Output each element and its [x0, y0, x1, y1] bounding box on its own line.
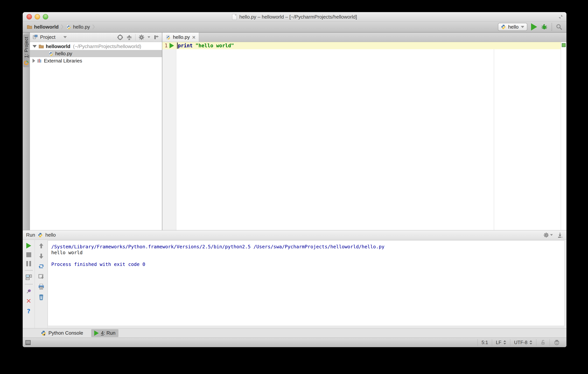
- console-line: /System/Library/Frameworks/Python.framew…: [51, 244, 564, 250]
- clear-all-icon[interactable]: [38, 294, 44, 300]
- close-window-button[interactable]: [26, 14, 32, 20]
- up-stack-icon[interactable]: [38, 243, 44, 249]
- tree-file-name: hello.py: [55, 51, 72, 57]
- help-icon[interactable]: ?: [27, 308, 31, 315]
- print-icon[interactable]: [38, 284, 44, 290]
- project-view-icon: [32, 35, 38, 40]
- gear-icon[interactable]: [138, 34, 145, 40]
- tree-root-path: (~/PycharmProjects/helloworld): [73, 43, 141, 49]
- run-tool-window: Run hello: [23, 230, 567, 328]
- run-tab-label: 4: Run: [101, 330, 116, 336]
- run-panel-header: Run hello: [23, 230, 567, 240]
- down-stack-icon[interactable]: [38, 253, 44, 259]
- pycharm-window: hello.py – helloworld – [~/PycharmProjec…: [23, 12, 567, 347]
- chevron-right-icon: [92, 24, 95, 30]
- project-panel-actions: [117, 34, 159, 41]
- unlock-icon: [540, 340, 546, 345]
- breadcrumb: helloworld hello.py: [27, 24, 95, 30]
- zoom-window-button[interactable]: [43, 14, 48, 20]
- libraries-icon: [37, 58, 42, 63]
- close-tab-icon[interactable]: ×: [192, 34, 196, 40]
- chevron-right-icon: [61, 24, 63, 30]
- run-configuration-name: hello: [508, 24, 519, 30]
- breadcrumb-file[interactable]: hello.py: [66, 24, 90, 30]
- show-console-icon[interactable]: [26, 274, 32, 280]
- tree-external-libraries-label: External Libraries: [44, 58, 82, 64]
- code-editor[interactable]: 1 print "hello world": [162, 42, 567, 230]
- lock-widget[interactable]: [536, 339, 550, 346]
- search-icon[interactable]: [556, 24, 562, 30]
- fullscreen-icon[interactable]: [558, 14, 564, 20]
- minimize-panel-icon[interactable]: [557, 232, 563, 238]
- chevron-down-icon[interactable]: [550, 234, 553, 236]
- right-margin-guide: [494, 42, 494, 230]
- run-panel-title: Run: [26, 232, 35, 238]
- minimize-window-button[interactable]: [35, 14, 40, 20]
- tool-window-button-project[interactable]: 1: Project: [23, 34, 29, 67]
- toggle-tool-window-buttons-icon[interactable]: [25, 340, 31, 345]
- export-icon[interactable]: [38, 274, 44, 279]
- run-panel-body: ✕ ?: [23, 240, 567, 328]
- main-toolbar: helloworld hello.py: [23, 21, 567, 32]
- line-separator-widget[interactable]: LF: [492, 339, 510, 346]
- rerun-icon[interactable]: [26, 243, 31, 248]
- document-icon: [232, 14, 237, 20]
- breadcrumb-project[interactable]: helloworld: [27, 24, 59, 30]
- editor-tab-hello-py[interactable]: hello.py ×: [162, 32, 199, 42]
- close-icon[interactable]: ✕: [26, 298, 32, 304]
- current-line: print "hello world": [176, 42, 561, 49]
- gear-icon[interactable]: [543, 232, 549, 238]
- inspection-status-indicator[interactable]: [562, 43, 566, 47]
- soft-wrap-icon[interactable]: [38, 263, 44, 269]
- caret-position-widget[interactable]: 5:1: [478, 339, 492, 346]
- run-button[interactable]: [531, 23, 537, 31]
- error-stripe[interactable]: [561, 42, 567, 230]
- toolbar-separator: [551, 23, 552, 31]
- run-console-output[interactable]: /System/Library/Frameworks/Python.framew…: [48, 241, 565, 326]
- run-panel-actions: [543, 232, 563, 238]
- chevron-down-icon[interactable]: [63, 36, 67, 38]
- tool-window-button-python-console[interactable]: Python Console: [38, 329, 86, 337]
- highlighting-level-widget[interactable]: [550, 339, 564, 346]
- run-line-icon[interactable]: [169, 43, 174, 48]
- tree-row-external-libraries[interactable]: External Libraries: [30, 57, 162, 64]
- project-tree: helloworld (~/PycharmProjects/helloworld…: [30, 42, 162, 64]
- tool-window-stripe-left: 1: Project: [23, 32, 30, 230]
- main-area: 1: Project: [23, 32, 567, 230]
- chevron-down-icon: [521, 26, 524, 28]
- python-icon: [501, 24, 506, 29]
- python-console-label: Python Console: [48, 330, 83, 336]
- pycharm-logo-icon: [23, 60, 29, 66]
- pause-icon[interactable]: [26, 261, 31, 266]
- python-icon: [38, 233, 43, 237]
- chevron-down-icon[interactable]: [147, 36, 150, 38]
- encoding-widget[interactable]: UTF-8: [510, 339, 536, 346]
- hide-panel-icon[interactable]: [153, 34, 159, 40]
- editor-area: hello.py × 1 pri: [162, 32, 567, 230]
- collapse-all-icon[interactable]: [126, 34, 132, 40]
- desktop: hello.py – helloworld – [~/PycharmProjec…: [0, 0, 588, 374]
- title-bar[interactable]: hello.py – helloworld – [~/PycharmProjec…: [23, 12, 567, 21]
- python-console-icon: [41, 331, 46, 336]
- stop-icon[interactable]: [26, 252, 31, 257]
- editor-tab-label: hello.py: [173, 34, 190, 40]
- expand-arrow-icon[interactable]: [32, 59, 35, 63]
- spinner-arrows-icon: [503, 340, 506, 345]
- locate-icon[interactable]: [117, 34, 123, 40]
- tool-window-button-run[interactable]: 4: Run: [91, 329, 119, 337]
- tree-row-file[interactable]: hello.py: [30, 50, 162, 57]
- collapse-arrow-icon[interactable]: [32, 45, 37, 48]
- pin-icon[interactable]: [26, 288, 32, 294]
- console-line: hello world: [51, 250, 564, 256]
- editor-gutter: 1: [162, 42, 176, 230]
- spinner-arrows-icon: [529, 340, 532, 345]
- debug-icon[interactable]: [541, 23, 548, 30]
- line-number: 1: [162, 43, 168, 48]
- tree-row-root[interactable]: helloworld (~/PycharmProjects/helloworld…: [30, 43, 162, 50]
- tool-window-bar-bottom: Python Console 4: Run: [23, 328, 567, 338]
- run-configuration-select[interactable]: hello: [498, 23, 527, 31]
- project-panel-title[interactable]: Project: [40, 34, 55, 40]
- stripe-label: 1: Project: [24, 37, 29, 58]
- run-toolbar-left: ✕ ?: [23, 240, 35, 328]
- code-area[interactable]: print "hello world": [176, 42, 561, 230]
